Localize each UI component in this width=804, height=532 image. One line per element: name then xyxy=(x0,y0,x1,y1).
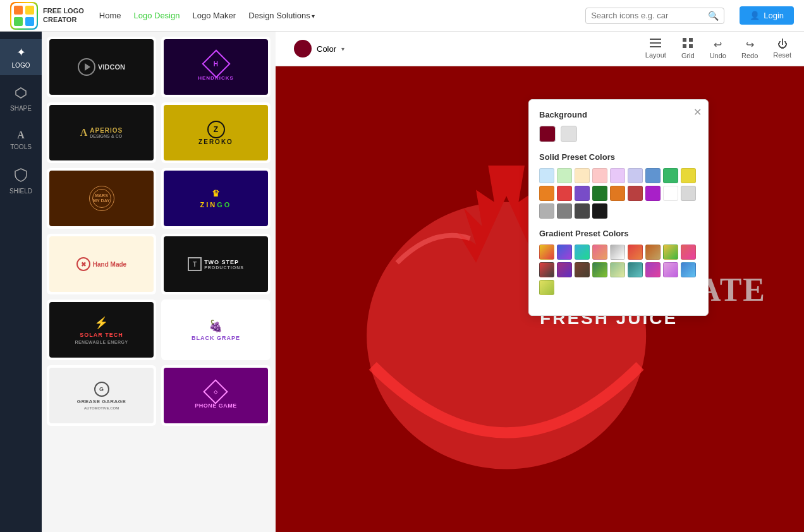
gradient-color-cell[interactable] xyxy=(539,245,554,260)
svg-rect-7 xyxy=(650,39,661,40)
nav-design-solutions[interactable]: Design Solutions xyxy=(248,11,315,20)
redo-icon: ↪ xyxy=(746,39,754,51)
sidebar-item-tools[interactable]: A TOOLS xyxy=(0,123,42,157)
solid-color-cell[interactable] xyxy=(610,186,625,201)
gradient-color-cell[interactable] xyxy=(557,245,572,260)
gradient-color-cell[interactable] xyxy=(645,262,661,277)
reset-action[interactable]: ⏻ Reset xyxy=(773,39,791,59)
solid-color-cell[interactable] xyxy=(663,168,678,183)
gradient-color-cell[interactable] xyxy=(681,262,696,277)
list-item[interactable]: Z ZEROKO xyxy=(161,102,271,163)
grid-action[interactable]: Grid xyxy=(681,38,695,59)
gradient-color-cell[interactable] xyxy=(592,262,607,277)
nav-links: Home Logo Design Logo Maker Design Solut… xyxy=(99,11,570,20)
solid-color-cell[interactable] xyxy=(628,168,643,183)
list-item[interactable]: ✖ Hand Made xyxy=(47,234,156,294)
solid-color-cell[interactable] xyxy=(645,168,661,183)
solid-color-cell[interactable] xyxy=(681,168,696,183)
solid-color-cell[interactable] xyxy=(575,168,590,183)
canvas-main: MEGRANATE FRESH JUICE ✕ Background Solid… xyxy=(276,66,804,532)
search-bar: 🔍 xyxy=(585,8,724,24)
gradient-color-cell[interactable] xyxy=(575,245,590,260)
redo-action[interactable]: ↪ Redo xyxy=(741,39,758,59)
login-button[interactable]: 👤 Login xyxy=(740,6,794,25)
gradient-color-cell[interactable] xyxy=(628,262,643,277)
close-button[interactable]: ✕ xyxy=(693,106,702,118)
gradient-color-cell[interactable] xyxy=(663,245,678,260)
solid-color-cell[interactable] xyxy=(575,203,590,219)
solid-color-cell[interactable] xyxy=(610,168,625,183)
list-item[interactable]: ⚡ SOLAR TECH RENEWABLE ENERGY xyxy=(47,299,156,360)
solid-color-cell[interactable] xyxy=(592,168,607,183)
gradient-colors-grid xyxy=(539,245,698,295)
sidebar-item-logo[interactable]: ✦ LOGO xyxy=(0,39,42,75)
list-item[interactable]: 🍇 BLACK GRAPE xyxy=(161,299,271,360)
solid-color-cell[interactable] xyxy=(539,186,554,201)
solid-color-cell[interactable] xyxy=(539,168,554,183)
list-item[interactable]: H HENDRICKS xyxy=(161,37,271,97)
svg-rect-13 xyxy=(689,44,693,48)
logo-thumb-solartech: ⚡ SOLAR TECH RENEWABLE ENERGY xyxy=(49,302,154,358)
solid-color-cell[interactable] xyxy=(628,186,643,201)
gradient-color-cell[interactable] xyxy=(628,245,643,260)
svg-rect-8 xyxy=(650,42,661,44)
solid-color-cell[interactable] xyxy=(663,186,678,201)
nav-logo-design[interactable]: Logo Design xyxy=(133,11,180,20)
gradient-color-cell[interactable] xyxy=(610,245,625,260)
gallery-row-3: MARSMY DAY ♛ ZINGO xyxy=(47,168,271,229)
gradient-color-cell[interactable] xyxy=(575,262,590,277)
gradient-color-cell[interactable] xyxy=(645,245,661,260)
shield-icon xyxy=(15,168,27,185)
list-item[interactable]: G GREASE GARAGE AUTOMOTIVE.COM xyxy=(47,365,156,426)
gradient-color-cell[interactable] xyxy=(681,245,696,260)
tools-icon: A xyxy=(17,130,25,141)
gradient-color-cell[interactable] xyxy=(539,262,554,277)
bg-swatch-dark[interactable] xyxy=(539,126,556,142)
list-item[interactable]: ♛ ZINGO xyxy=(161,168,271,229)
solid-color-cell[interactable] xyxy=(681,186,696,201)
solid-color-cell[interactable] xyxy=(592,203,607,219)
sidebar-item-shape[interactable]: SHAPE xyxy=(0,80,42,118)
gradient-color-cell[interactable] xyxy=(557,262,572,277)
color-label: Color xyxy=(317,44,336,54)
logo-thumb-zeroko: Z ZEROKO xyxy=(164,105,268,160)
brand-name: FREE LOGO CREATOR xyxy=(43,7,84,23)
solid-color-cell[interactable] xyxy=(557,168,572,183)
solid-color-cell[interactable] xyxy=(539,203,554,219)
list-item[interactable]: VIDCON xyxy=(47,37,156,97)
gallery-row-4: ✖ Hand Made T TWO STEP PRODUCTIONS xyxy=(47,234,271,294)
gradient-color-cell[interactable] xyxy=(663,262,678,277)
solid-color-cell[interactable] xyxy=(557,186,572,201)
solid-color-cell[interactable] xyxy=(592,186,607,201)
search-input[interactable] xyxy=(591,11,708,20)
gallery-row-1: VIDCON H HENDRICKS xyxy=(47,37,271,97)
brand-logo[interactable]: FREE LOGO CREATOR xyxy=(10,2,84,30)
list-item[interactable]: A APERIOS DESIGNS & CO xyxy=(47,102,156,163)
undo-action[interactable]: ↩ Undo xyxy=(710,39,726,59)
list-item[interactable]: MARSMY DAY xyxy=(47,168,156,229)
svg-rect-12 xyxy=(683,44,686,48)
list-item[interactable]: ◇ PHONE GAME xyxy=(161,365,271,426)
color-button[interactable]: Color ▾ xyxy=(288,37,350,61)
solid-color-cell[interactable] xyxy=(575,186,590,201)
layout-action[interactable]: Layout xyxy=(645,39,666,59)
nav-logo-maker[interactable]: Logo Maker xyxy=(192,11,236,20)
sidebar-item-label: LOGO xyxy=(12,62,30,69)
logo-thumb-zingo: ♛ ZINGO xyxy=(164,171,268,226)
solid-color-cell[interactable] xyxy=(557,203,572,219)
sidebar-item-label: TOOLS xyxy=(10,143,32,150)
grid-icon xyxy=(683,38,693,51)
gradient-color-cell[interactable] xyxy=(610,262,625,277)
gradient-color-cell[interactable] xyxy=(592,245,607,260)
sidebar-item-shield[interactable]: SHIELD xyxy=(0,162,42,201)
svg-rect-4 xyxy=(14,17,23,26)
solid-color-cell[interactable] xyxy=(645,186,661,201)
gradient-color-cell[interactable] xyxy=(539,280,554,295)
bg-swatch-light[interactable] xyxy=(561,126,577,142)
logo-thumb-hendricks: H HENDRICKS xyxy=(164,39,268,95)
nav-home[interactable]: Home xyxy=(99,11,121,20)
logo-thumb-vidcon: VIDCON xyxy=(49,39,154,95)
gradient-colors-title: Gradient Preset Colors xyxy=(539,229,698,238)
svg-rect-3 xyxy=(25,6,34,15)
list-item[interactable]: T TWO STEP PRODUCTIONS xyxy=(161,234,271,294)
